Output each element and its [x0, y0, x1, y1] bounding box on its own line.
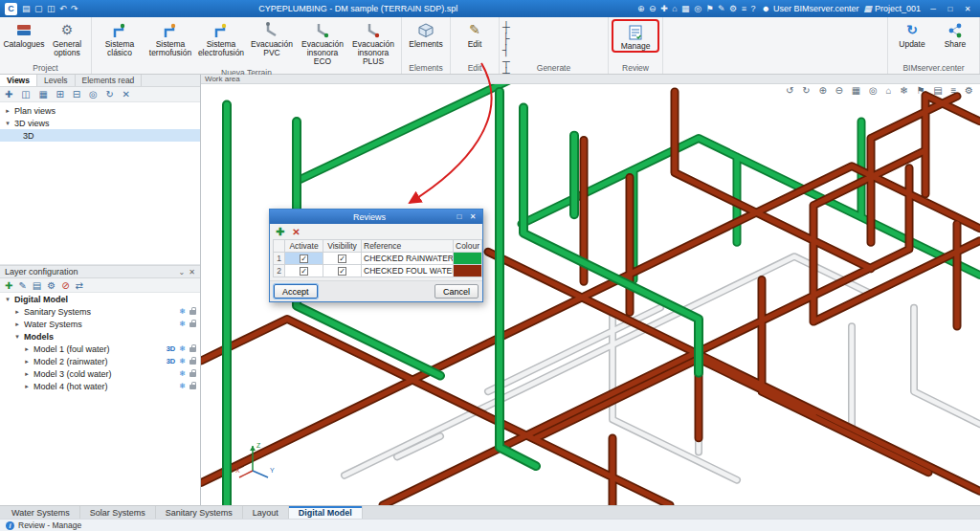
titlebar-tools-strip[interactable]: ⊕ ⊖ ✚ ⌂ ▦ ◎ ⚑ ✎ ⚙ ≡ ? [637, 4, 756, 13]
activate-checkbox[interactable]: ✓ [300, 254, 308, 263]
freeze-icon[interactable]: ❄ [179, 307, 186, 316]
tab-layout[interactable]: Layout [243, 506, 289, 519]
chevron-right-icon[interactable]: ▸ [23, 358, 31, 365]
chevron-down-icon[interactable]: ▾ [13, 333, 21, 341]
panel-close-icon[interactable]: ✕ [189, 268, 195, 277]
edit-layer-icon[interactable]: ✎ [18, 280, 26, 291]
tab-digital-model[interactable]: Digital Model [289, 506, 363, 519]
layer-settings-icon[interactable]: ⚙ [47, 280, 56, 291]
chevron-right-icon[interactable]: ▸ [4, 107, 11, 115]
freeze-icon[interactable]: ❄ [179, 369, 186, 378]
tree-item-model-1[interactable]: ▸ Model 1 (foul water) 3D ❄ [0, 343, 200, 355]
viewport-toolbar-strip[interactable]: ↺ ↻ ⊕ ⊖ ▦ ◎ ⌂ ❄ ⚑ ▤ ≡ ⚙ [786, 85, 976, 96]
quick-access-toolbar[interactable]: ▤ ▢ ◫ ↶ ↷ [22, 4, 79, 13]
visibility-checkbox[interactable]: ✓ [338, 254, 346, 263]
reference-cell[interactable]: CHECKED RAINWATER [362, 253, 454, 265]
tree-item-digital-model[interactable]: ▾ Digital Model [0, 293, 200, 305]
tab-solar-systems[interactable]: Solar Systems [80, 506, 156, 519]
tree-item-3d-selected[interactable]: 3D [0, 129, 200, 142]
colour-swatch-rainwater[interactable] [454, 253, 482, 265]
chevron-down-icon[interactable]: ▾ [4, 296, 11, 303]
views-toolbar-strip[interactable]: ✚ ◫ ▦ ⊞ ⊟ ◎ ↻ ✕ [0, 87, 200, 102]
freeze-icon[interactable]: ❄ [179, 357, 186, 365]
chevron-right-icon[interactable]: ▸ [23, 383, 31, 390]
tab-levels[interactable]: Levels [37, 75, 76, 86]
manage-button[interactable]: Manage [614, 21, 657, 51]
view-3d-badge[interactable]: 3D [167, 344, 176, 353]
freeze-icon[interactable]: ❄ [179, 320, 186, 328]
tree-item-model-2[interactable]: ▸ Model 2 (rainwater) 3D ❄ [0, 355, 200, 367]
tree-item-model-3[interactable]: ▸ Model 3 (cold water) ❄ [0, 367, 200, 380]
catalogues-icon [15, 20, 33, 40]
share-button[interactable]: Share [934, 19, 976, 49]
manage-highlight-box: Manage [612, 19, 659, 53]
lock-icon[interactable] [189, 322, 196, 327]
chevron-right-icon[interactable]: ▸ [13, 308, 21, 316]
tree-item-3d-views[interactable]: ▾ 3D views [0, 117, 200, 129]
tab-elements-read[interactable]: Elements read [76, 75, 143, 86]
tab-views[interactable]: Views [0, 75, 37, 86]
colour-swatch-foulwater[interactable] [454, 265, 482, 277]
app-window: C ▤ ▢ ◫ ↶ ↷ CYPEPLUMBING - DM sample (TE… [0, 0, 980, 531]
review-row-foulwater[interactable]: 2 ✓ ✓ CHECKED FOUL WATER [274, 265, 482, 277]
activate-checkbox[interactable]: ✓ [300, 267, 308, 276]
add-layer-icon[interactable]: ✚ [5, 280, 12, 291]
chevron-right-icon[interactable]: ▸ [13, 321, 21, 328]
ribbon-group-elements: Elements Elements [402, 17, 451, 74]
accept-button[interactable]: Accept [274, 284, 318, 299]
generate-tools-strip[interactable]: ┼ ├ ┤ ┬ ┴ ╬ ╱ ╲ └ ┐ ▾ [502, 19, 605, 35]
tab-water-systems[interactable]: Water Systems [2, 506, 80, 519]
tree-item-model-4[interactable]: ▸ Model 4 (hot water) ❄ [0, 380, 200, 392]
freeze-icon[interactable]: ❄ [179, 382, 186, 390]
panel-collapse-icon[interactable]: ⌄ [179, 268, 186, 277]
user-account[interactable]: ☻ User BIMserver.center [761, 4, 858, 13]
reference-cell[interactable]: CHECKED FOUL WATER [362, 265, 454, 277]
group-label-project: Project [3, 62, 88, 74]
swap-layers-icon[interactable]: ⇄ [76, 280, 83, 291]
cancel-button[interactable]: Cancel [434, 284, 479, 299]
elements-button[interactable]: Elements [405, 19, 447, 49]
tree-item-plan-views[interactable]: ▸ Plan views [0, 104, 200, 117]
chevron-right-icon[interactable]: ▸ [23, 370, 31, 378]
chevron-right-icon[interactable]: ▸ [23, 345, 31, 353]
ribbon-group-review: Manage Review [609, 17, 663, 74]
close-button[interactable]: ✕ [960, 3, 975, 15]
review-row-rainwater[interactable]: 1 ✓ ✓ CHECKED RAINWATER [274, 253, 482, 265]
evacuacion-insonora-eco-button[interactable]: Evacuación insonora ECO [298, 19, 347, 67]
minimize-button[interactable]: ─ [925, 3, 941, 15]
dialog-close-icon[interactable]: ✕ [466, 212, 479, 221]
maximize-button[interactable]: □ [943, 3, 958, 15]
evacuacion-pvc-button[interactable]: Evacuación PVC [247, 19, 297, 57]
lock-icon[interactable] [189, 385, 196, 389]
sistema-clasico-button[interactable]: Sistema clásico [95, 19, 145, 57]
lock-icon[interactable] [189, 360, 196, 365]
gear-icon: ⚙ [61, 20, 74, 40]
evacuacion-insonora-plus-button[interactable]: Evacuación insonora PLUS [348, 19, 398, 67]
group-label-edit: Edit [454, 62, 496, 74]
lock-icon[interactable] [189, 310, 196, 315]
delete-review-icon[interactable]: ✕ [292, 227, 300, 237]
general-options-button[interactable]: ⚙ General options [46, 19, 88, 57]
add-review-icon[interactable]: ✚ [276, 226, 284, 238]
edit-button[interactable]: ✎ Edit [454, 19, 496, 49]
catalogues-button[interactable]: Catalogues [3, 19, 45, 49]
freeze-icon[interactable]: ❄ [179, 344, 186, 353]
tree-item-sanitary-systems[interactable]: ▸ Sanitary Systems ❄ [0, 305, 200, 318]
tab-sanitary-systems[interactable]: Sanitary Systems [156, 506, 243, 519]
lock-icon[interactable] [189, 347, 196, 352]
sistema-termofusion-button[interactable]: Sistema termofusión [145, 19, 195, 57]
layer-list-icon[interactable]: ▤ [33, 280, 41, 291]
reviews-dialog-titlebar[interactable]: Reviews □ ✕ [270, 210, 482, 224]
tree-item-water-systems[interactable]: ▸ Water Systems ❄ [0, 318, 200, 330]
share-icon [947, 20, 964, 40]
view-3d-badge[interactable]: 3D [167, 357, 176, 365]
tree-item-models[interactable]: ▾ Models [0, 330, 200, 343]
update-button[interactable]: ↻ Update [891, 19, 933, 49]
sistema-electrofusion-button[interactable]: Sistema electrofusión [196, 19, 246, 57]
disable-layer-icon[interactable]: ⊘ [61, 280, 69, 291]
dialog-maximize-icon[interactable]: □ [453, 212, 466, 221]
lock-icon[interactable] [189, 372, 196, 377]
chevron-down-icon[interactable]: ▾ [4, 120, 11, 127]
project-indicator[interactable]: ▦ Project_001 [863, 4, 921, 13]
visibility-checkbox[interactable]: ✓ [338, 267, 346, 276]
